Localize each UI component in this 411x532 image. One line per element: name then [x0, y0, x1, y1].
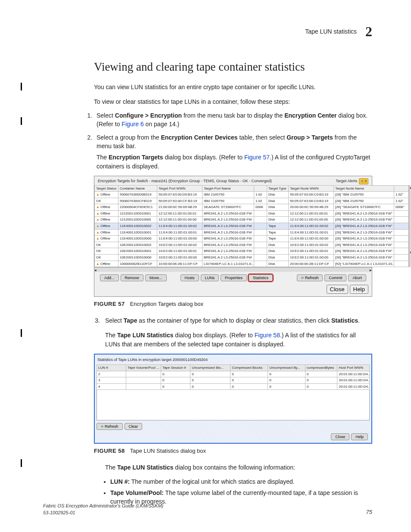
- bullet-item: LUN #: The number of the logical unit fo…: [110, 477, 372, 486]
- warning-icon: ▲: [96, 217, 100, 222]
- column-header[interactable]: Compressed Blocks: [230, 365, 268, 371]
- column-header[interactable]: Container Name: [118, 185, 157, 192]
- column-header[interactable]: Target Port Name: [202, 185, 254, 192]
- column-header[interactable]: Host Port WWN: [337, 365, 370, 371]
- table-row[interactable]: ▲Offline100000062B11DFCF10:00:00:06:2B:1…: [95, 261, 409, 267]
- clear-button[interactable]: Clear: [125, 423, 143, 430]
- table-row[interactable]: OK10E200110D01000110:E2:00:11:0D:01:00:0…: [95, 248, 409, 255]
- table-row[interactable]: OK5006076300CFB31950:05:07:63:00:CF:B3:1…: [95, 198, 409, 204]
- refresh-icon: ⟳: [101, 425, 104, 429]
- column-header[interactable]: [394, 185, 409, 192]
- table-row[interactable]: 20000020:01:00:11:0D:D4...: [97, 371, 370, 377]
- column-header[interactable]: Tape Session #: [161, 365, 190, 371]
- table-row[interactable]: OK10E200110D01000010:E2:00:11:0D:01:00:0…: [95, 255, 409, 261]
- statistics-button[interactable]: Statistics: [249, 274, 273, 281]
- change-bar-icon: [21, 83, 22, 90]
- table-row[interactable]: ▲Offline11E400110D01000111:E4:00:11:0D:0…: [95, 229, 409, 236]
- refresh-button[interactable]: ⟳Refresh: [97, 423, 123, 430]
- footer-part-number: 53-1002925-01: [43, 510, 163, 516]
- warning-icon: ▲: [96, 211, 100, 216]
- vertical-scrollbar[interactable]: ▲ ▼: [409, 185, 411, 268]
- table-row[interactable]: OK10E200110D01000210:E2:00:11:0D:01:00:0…: [95, 242, 409, 248]
- column-header[interactable]: Target Node WWN: [289, 185, 334, 192]
- refresh-button[interactable]: ⟳Refresh: [297, 274, 323, 281]
- luns-button[interactable]: LUNs: [201, 274, 219, 281]
- page-number: 75: [366, 508, 372, 516]
- column-header[interactable]: Target Port WWN: [157, 185, 202, 192]
- target-alerts-label: Target Alerts: [336, 178, 357, 184]
- column-header[interactable]: Target Status: [95, 185, 118, 192]
- step-item: 3. Select Tape as the container of type …: [43, 316, 372, 325]
- column-header[interactable]: LUN #: [97, 365, 126, 371]
- column-header[interactable]: Target Type: [267, 185, 289, 192]
- table-row[interactable]: 40000020:01:00:11:0D:D4...: [97, 383, 370, 390]
- table-row[interactable]: 30000020:01:00:11:0D:D4...: [97, 377, 370, 384]
- column-header[interactable]: Tape Volume/Pool ...: [126, 365, 161, 371]
- abort-button[interactable]: Abort: [348, 274, 366, 281]
- column-header[interactable]: Uncompressed Blo...: [190, 365, 230, 371]
- dialog-title: Encryption Targets for Switch - mace241 …: [98, 178, 272, 184]
- change-bar-icon: [21, 329, 22, 337]
- intro-paragraph: You can view LUN statistics for an entir…: [43, 83, 372, 91]
- table-row[interactable]: ▲Offline121200110D01000012:12:00:11:0D:0…: [95, 217, 409, 223]
- warning-icon: ▲: [96, 192, 100, 197]
- column-header[interactable]: Target Node Name: [334, 185, 394, 192]
- hosts-button[interactable]: Hosts: [181, 274, 199, 281]
- move-button[interactable]: Move...: [145, 274, 167, 281]
- step-body: The Tape LUN Statistics dialog box displ…: [43, 331, 372, 348]
- intro-paragraph: To view or clear statistics for tape LUN…: [43, 97, 372, 106]
- body-paragraph: The Tape LUN Statistics dialog box conta…: [43, 463, 372, 472]
- step-item: Select a group from the Encryption Cente…: [94, 133, 372, 171]
- tape-lun-statistics-dialog: Statistics of Tape LUNs in encryption ta…: [95, 355, 371, 443]
- add-button[interactable]: Add...: [100, 274, 119, 281]
- column-header[interactable]: Uncompressed By...: [268, 365, 305, 371]
- refresh-icon: ⟳: [301, 276, 304, 280]
- table-row[interactable]: ▲Offline5006076300D0B31950:05:07:63:00:D…: [95, 192, 409, 198]
- encryption-targets-dialog: Encryption Targets for Switch - mace241 …: [94, 176, 372, 297]
- close-button[interactable]: Close: [327, 285, 348, 294]
- properties-button[interactable]: Properties: [221, 274, 247, 281]
- warning-icon: ▲: [96, 205, 100, 210]
- close-button[interactable]: Close: [331, 433, 349, 440]
- table-row[interactable]: ▲Offline121200110D01000112:12:00:11:0D:0…: [95, 210, 409, 217]
- table-row[interactable]: ▲Offline22000004CF6DE5C121:00:00:0C:50:6…: [95, 204, 409, 211]
- dialog-title: Statistics of Tape LUNs in encryption ta…: [97, 356, 370, 364]
- help-button[interactable]: Help: [351, 433, 368, 440]
- encryption-targets-table[interactable]: Target StatusContainer NameTarget Port W…: [94, 185, 409, 268]
- change-bar-icon: [21, 459, 22, 467]
- column-header[interactable]: compressedBytes: [305, 365, 337, 371]
- warning-icon: ⚠ 9: [359, 178, 368, 184]
- figure-caption: FIGURE 58Tape LUN Statistics dialog box: [43, 447, 372, 455]
- warning-icon: ▲: [96, 236, 100, 241]
- running-header: Tape LUN statistics 2: [43, 22, 372, 41]
- change-bar-icon: [21, 117, 22, 125]
- figure-link[interactable]: Figure 6: [121, 121, 143, 128]
- step-item: Select Configure > Encryption from the m…: [94, 111, 372, 129]
- page-footer: Fabric OS Encryption Administrator's Gui…: [43, 503, 372, 516]
- footer-guide-title: Fabric OS Encryption Administrator's Gui…: [43, 503, 163, 510]
- horizontal-scrollbar[interactable]: ◂▸: [94, 267, 372, 272]
- column-header[interactable]: [254, 185, 267, 192]
- running-title: Tape LUN statistics: [305, 27, 357, 36]
- table-row[interactable]: ▲Offline11E400110D01000211:E4:00:11:0D:0…: [95, 223, 409, 230]
- table-row[interactable]: ▲Offline11E400110D01000011:E4:00:11:0D:0…: [95, 236, 409, 242]
- help-button[interactable]: Help: [350, 285, 368, 294]
- chapter-number: 2: [365, 22, 372, 41]
- tape-lun-statistics-table[interactable]: LUN #Tape Volume/Pool ...Tape Session #U…: [97, 364, 370, 390]
- commit-button[interactable]: Commit: [324, 274, 346, 281]
- figure-caption: FIGURE 57Encryption Targets dialog box: [43, 300, 372, 308]
- warning-icon: ▲: [96, 224, 100, 229]
- remove-button[interactable]: Remove: [121, 274, 144, 281]
- figure-link[interactable]: Figure 57: [244, 154, 270, 161]
- warning-icon: ▲: [96, 261, 100, 267]
- warning-icon: ▲: [96, 230, 100, 235]
- section-heading: Viewing and clearing tape container stat…: [43, 59, 372, 75]
- figure-link[interactable]: Figure 58: [255, 332, 280, 339]
